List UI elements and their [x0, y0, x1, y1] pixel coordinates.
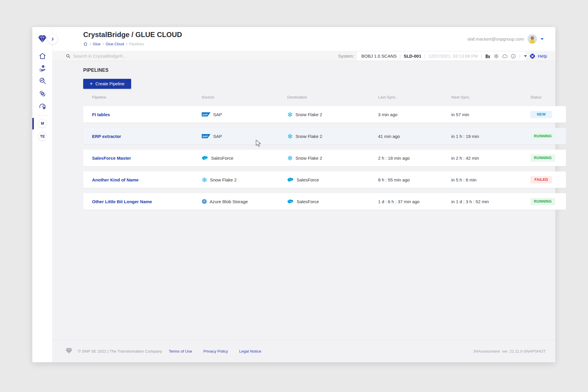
breadcrumb-separator: / — [90, 42, 91, 46]
system-sld: SLD-001 — [404, 54, 421, 59]
help-buoy-icon — [529, 53, 535, 59]
search-input[interactable] — [73, 51, 225, 61]
sidebar-item-services[interactable] — [39, 64, 46, 72]
salesforce-icon: salesforce — [287, 199, 294, 204]
svg-text:salesforce: salesforce — [203, 158, 208, 159]
sap-icon: SAP — [202, 112, 211, 116]
status-badge: RUNNING — [530, 198, 555, 205]
next-sync-cell: in 1 h : 19 min — [451, 128, 479, 144]
divider: | — [424, 54, 425, 59]
cloud-icon[interactable] — [502, 53, 508, 59]
user-avatar[interactable] — [528, 34, 537, 44]
system-label: System: — [338, 51, 354, 61]
next-sync-cell: in 5 h : 6 min — [451, 171, 477, 188]
user-email: olaf.mackert@snpgroup.com — [467, 36, 524, 41]
breadcrumb-glue-cloud[interactable]: Glue Cloud — [106, 42, 124, 46]
info-icon[interactable] — [510, 53, 516, 59]
search-system-bar: System: BOBJ 1.0 SCANS | SLD-001 | 12/27… — [53, 51, 555, 61]
sidebar-item-monitoring[interactable] — [39, 102, 46, 110]
footer-link-legal-notice[interactable]: Legal Notice — [239, 349, 261, 353]
main-content: PIPELINES + Create Pipeline PipelineSour… — [53, 61, 555, 340]
source-cell: SAP SAP — [202, 106, 222, 123]
pipeline-link[interactable]: Other Little Bit Longer Name — [92, 193, 152, 210]
pipeline-link[interactable]: Another Kind of Name — [92, 171, 138, 188]
last-sync-cell: 1 d : 6 h : 37 min ago — [378, 193, 420, 210]
destination-label: SalesForce — [297, 177, 319, 182]
pipeline-row[interactable]: Another Kind of Name Snow Flake 2 salesf… — [83, 171, 566, 188]
svg-text:salesforce: salesforce — [289, 179, 293, 181]
operations-icon — [39, 90, 46, 98]
chevron-right-icon — [50, 36, 55, 42]
system-dropdown-icon[interactable] — [524, 55, 527, 57]
destination-label: SalesForce — [297, 199, 319, 204]
last-sync-cell: 3 min ago — [378, 106, 397, 123]
system-selector[interactable]: BOBJ 1.0 SCANS | SLD-001 | 12/27/2021, 0… — [357, 52, 525, 60]
destination-cell: Snow Flake 2 — [287, 106, 322, 123]
destination-cell: Snow Flake 2 — [287, 128, 322, 144]
app-window: MTE CrystalBridge / GLUE CLOUD /Glue/Glu… — [32, 27, 555, 362]
snp-footer-logo — [65, 348, 73, 354]
account-dropdown-icon[interactable] — [541, 38, 544, 40]
svg-text:SAP: SAP — [202, 135, 208, 138]
last-sync-cell: 41 min ago — [378, 128, 400, 144]
breadcrumb-glue[interactable]: Glue — [93, 42, 100, 46]
footer-link-terms-of-use[interactable]: Terms of Use — [169, 349, 192, 353]
sidebar-item-home[interactable] — [39, 52, 46, 60]
divider: | — [519, 54, 520, 59]
next-sync-cell: in 57 min — [451, 106, 469, 123]
home-icon[interactable] — [83, 42, 88, 46]
services-icon — [39, 64, 46, 72]
account-menu[interactable]: olaf.mackert@snpgroup.com — [467, 27, 544, 51]
pipeline-link[interactable]: ERP extractor — [92, 128, 121, 144]
sidebar-item-operations[interactable] — [39, 90, 46, 98]
snowflake-icon — [287, 134, 293, 139]
workspace-avatar-te[interactable]: TE — [38, 132, 47, 141]
pipeline-row[interactable]: FI tables SAP SAP Snow Flake 23 min agoi… — [83, 106, 566, 123]
breadcrumb-separator: / — [126, 42, 127, 46]
footer: © SNP SE 2022 | The Transformation Compa… — [53, 340, 555, 362]
breadcrumb: /Glue/Glue Cloud/Pipelines — [83, 42, 144, 46]
source-cell: Snow Flake 2 — [202, 171, 237, 188]
status-cell: NEW — [530, 106, 552, 123]
pipeline-row[interactable]: ERP extractor SAP SAP Snow Flake 241 min… — [83, 128, 566, 144]
organization-icon[interactable] — [485, 53, 491, 59]
destination-cell: Snow Flake 2 — [287, 150, 322, 166]
destination-label: Snow Flake 2 — [295, 112, 322, 117]
status-cell: RUNNING — [530, 193, 555, 210]
source-label: Snow Flake 2 — [210, 177, 237, 182]
pipeline-row[interactable]: SalesForce Master salesforce SalesForce … — [83, 150, 566, 166]
version-text: S4Assessment ver. 22.11.0-SNAPSHOT — [473, 340, 546, 363]
sidebar-active-indicator — [32, 118, 34, 129]
status-cell: RUNNING — [530, 128, 555, 144]
footer-link-privacy-policy[interactable]: Privacy Policy — [203, 349, 228, 353]
snp-diamond-logo — [38, 35, 47, 43]
destination-label: Snow Flake 2 — [295, 156, 322, 161]
last-sync-cell: 2 h : 18 min ago — [378, 150, 410, 166]
help-button[interactable]: Help — [529, 51, 547, 61]
sidebar-expand-button[interactable] — [48, 34, 58, 44]
source-label: SAP — [213, 112, 222, 117]
sidebar-item-analysis[interactable] — [39, 77, 46, 85]
settings-icon[interactable] — [493, 53, 499, 59]
search-icon — [66, 54, 71, 59]
pipeline-row[interactable]: Other Little Bit Longer Name Azure Blob … — [83, 193, 566, 210]
source-label: Azure Blob Storage — [210, 199, 248, 204]
page-title: CrystalBridge / GLUE CLOUD — [83, 31, 182, 39]
system-name: BOBJ 1.0 SCANS — [361, 54, 397, 59]
pipeline-link[interactable]: SalesForce Master — [92, 150, 131, 166]
workspace-avatar-m[interactable]: M — [38, 119, 47, 128]
source-label: SAP — [213, 134, 222, 139]
source-cell: Azure Blob Storage — [202, 193, 248, 210]
pipeline-link[interactable]: FI tables — [92, 106, 110, 123]
status-badge: RUNNING — [530, 133, 555, 140]
copyright-text: © SNP SE 2022 | The Transformation Compa… — [78, 340, 162, 363]
status-badge: RUNNING — [530, 154, 555, 162]
system-timestamp: 12/27/2021, 03:13:08 PM — [428, 54, 478, 59]
salesforce-icon: salesforce — [202, 156, 208, 160]
destination-cell: salesforce SalesForce — [287, 171, 319, 188]
snowflake-icon — [202, 177, 207, 183]
analysis-icon — [39, 77, 46, 85]
sidebar: MTE — [32, 27, 53, 362]
status-badge: FAILED — [530, 176, 552, 184]
salesforce-icon: salesforce — [287, 177, 294, 182]
